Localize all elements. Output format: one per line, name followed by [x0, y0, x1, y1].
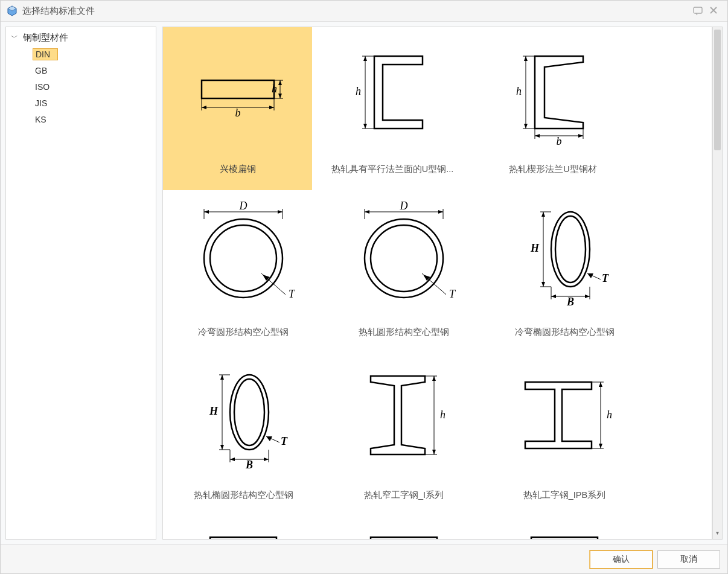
svg-point-45 [365, 219, 443, 298]
svg-marker-50 [365, 210, 369, 214]
profiles-grid[interactable]: b h 兴棱扁钢 [162, 27, 712, 540]
profile-card-u-parallel[interactable]: h 热轧具有平行法兰面的U型钢... [312, 27, 473, 190]
svg-marker-61 [541, 212, 545, 217]
tree-item-label: JIS [33, 97, 49, 109]
svg-marker-94 [432, 450, 436, 454]
profile-label: 热轧窄工字钢_I系列 [364, 489, 444, 501]
svg-marker-13 [278, 80, 282, 85]
profile-card-ellipse-hollow-cold[interactable]: H B T 冷弯椭圆形结构空心型钢 [484, 190, 645, 353]
profile-label: 热轧工字钢_IPB系列 [523, 489, 605, 501]
ellipse-hollow-icon: H B T [510, 201, 619, 310]
svg-point-34 [204, 219, 283, 298]
profile-card-partial[interactable] [484, 516, 645, 540]
svg-marker-32 [578, 134, 583, 138]
tree-item-iso[interactable]: ISO [6, 78, 156, 95]
svg-text:h: h [440, 409, 445, 421]
dialog-body: ﹀ 钢制型材件 DIN GB ISO JIS KS [1, 22, 727, 544]
svg-text:T: T [281, 435, 288, 447]
tree-item-jis[interactable]: JIS [6, 95, 156, 111]
svg-marker-20 [363, 124, 367, 129]
profile-label: 热轧圆形结构空心型钢 [359, 327, 449, 338]
standards-tree[interactable]: ﹀ 钢制型材件 DIN GB ISO JIS KS [5, 27, 156, 540]
profile-card-flat-bar[interactable]: b h 兴棱扁钢 [163, 27, 312, 190]
tree-item-gb[interactable]: GB [6, 62, 156, 78]
svg-text:h: h [356, 85, 361, 97]
svg-text:b: b [557, 135, 562, 147]
svg-text:H: H [530, 242, 540, 254]
svg-text:B: B [245, 459, 253, 471]
svg-marker-31 [535, 134, 540, 138]
content-wrap: b h 兴棱扁钢 [162, 27, 723, 540]
svg-marker-99 [599, 382, 602, 387]
svg-marker-93 [432, 376, 436, 381]
svg-text:H: H [209, 405, 219, 417]
svg-point-35 [210, 225, 276, 292]
svg-marker-25 [524, 56, 528, 61]
profile-card-i-wide-ipb[interactable]: h 热轧工字钢_IPB系列 [484, 353, 645, 516]
titlebar: 选择结构标准文件 [1, 1, 727, 22]
svg-marker-78 [220, 375, 224, 380]
profile-label: 兴棱扁钢 [220, 164, 256, 175]
tree-root-label: 钢制型材件 [21, 31, 71, 45]
svg-point-56 [551, 212, 590, 287]
i-beam-narrow-icon: h [350, 364, 458, 473]
ok-button[interactable]: 确认 [590, 550, 653, 569]
close-icon[interactable] [706, 6, 721, 16]
profile-card-partial[interactable] [324, 516, 484, 540]
tree-root[interactable]: ﹀ 钢制型材件 [6, 30, 156, 46]
svg-text:T: T [449, 288, 456, 300]
ok-button-label: 确认 [613, 554, 630, 565]
svg-marker-67 [551, 295, 556, 298]
tree-item-label: ISO [33, 81, 52, 93]
svg-rect-2 [694, 7, 702, 13]
svg-marker-79 [220, 445, 224, 450]
svg-marker-7 [202, 106, 206, 109]
svg-text:D: D [400, 200, 408, 212]
svg-text:h: h [272, 83, 277, 95]
circle-hollow-icon: D T [350, 201, 458, 310]
window-title: 选择结构标准文件 [22, 5, 95, 17]
svg-marker-84 [230, 458, 235, 461]
u-channel-tapered-icon: h b [499, 38, 607, 147]
svg-marker-68 [585, 295, 590, 298]
svg-text:D: D [239, 200, 247, 212]
svg-marker-51 [438, 210, 443, 214]
profile-card-i-narrow[interactable]: h 热轧窄工字钢_I系列 [324, 353, 484, 516]
svg-text:h: h [516, 85, 522, 97]
vertical-scrollbar[interactable]: ▾ [712, 27, 723, 540]
profile-card-ellipse-hollow-hot[interactable]: H B T 热轧椭圆形结构空心型钢 [163, 353, 324, 516]
profile-card-circle-hollow-hot[interactable]: D T 热轧圆形结构空心型钢 [324, 190, 484, 353]
svg-text:h: h [607, 409, 612, 421]
profile-card-u-tapered[interactable]: h b 热轧楔形法兰U型钢材 [473, 27, 633, 190]
dialog-window: 选择结构标准文件 ﹀ 钢制型材件 DIN GB ISO JIS [0, 0, 728, 574]
svg-text:b: b [235, 107, 240, 119]
svg-point-73 [230, 375, 269, 450]
svg-marker-39 [204, 210, 209, 214]
profile-card-partial[interactable] [163, 516, 324, 540]
svg-marker-19 [363, 56, 367, 61]
svg-text:B: B [566, 296, 574, 308]
cancel-button[interactable]: 取消 [657, 550, 720, 569]
profile-label: 冷弯圆形结构空心型钢 [198, 327, 289, 338]
tree-item-label: KS [33, 113, 49, 126]
u-channel-parallel-icon: h [338, 38, 447, 147]
chevron-down-icon[interactable]: ﹀ [11, 33, 21, 43]
dialog-footer: 确认 取消 [1, 544, 727, 573]
tree-item-din[interactable]: DIN [6, 46, 156, 62]
svg-point-74 [234, 379, 264, 445]
profile-label: 热轧楔形法兰U型钢材 [509, 164, 596, 175]
circle-hollow-icon: D T [189, 201, 298, 310]
scrollbar-thumb[interactable] [714, 30, 721, 150]
i-beam-wide-icon: h [510, 364, 619, 473]
tree-item-ks[interactable]: KS [6, 111, 156, 127]
help-icon[interactable] [690, 6, 706, 16]
svg-marker-14 [278, 94, 282, 98]
scroll-down-icon[interactable]: ▾ [713, 529, 722, 539]
svg-marker-8 [269, 106, 274, 109]
profile-label: 热轧椭圆形结构空心型钢 [194, 489, 293, 501]
svg-point-46 [371, 225, 437, 292]
svg-marker-62 [541, 282, 545, 287]
profile-label: 热轧具有平行法兰面的U型钢... [331, 164, 454, 175]
profile-card-circle-hollow-cold[interactable]: D T 冷弯圆形结构空心型钢 [163, 190, 324, 353]
svg-text:T: T [289, 288, 296, 300]
